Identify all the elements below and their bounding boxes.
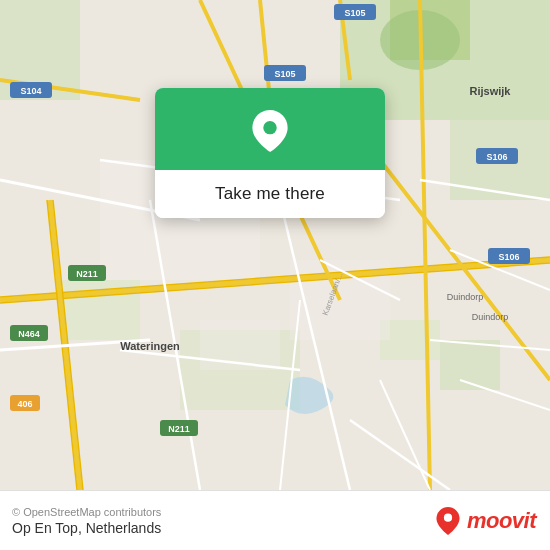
take-me-there-button[interactable]: Take me there (155, 170, 385, 218)
svg-text:N211: N211 (168, 424, 190, 434)
location-pin-icon (249, 110, 291, 152)
map-svg: S104 S105 S105 S106 S106 N211 N211 N464 … (0, 0, 550, 490)
copyright-text: © OpenStreetMap contributors (12, 506, 161, 518)
map-view: S104 S105 S105 S106 S106 N211 N211 N464 … (0, 0, 550, 490)
location-name: Op En Top, Netherlands (12, 520, 161, 536)
svg-text:406: 406 (17, 399, 32, 409)
moovit-logo: moovit (434, 507, 536, 535)
svg-text:Duindorp: Duindorp (472, 312, 509, 322)
svg-text:N464: N464 (18, 329, 40, 339)
moovit-brand-text: moovit (467, 508, 536, 534)
moovit-brand-pin-icon (434, 507, 462, 535)
svg-text:S106: S106 (498, 252, 519, 262)
svg-text:Wateringen: Wateringen (120, 340, 180, 352)
svg-text:S105: S105 (344, 8, 365, 18)
svg-text:S106: S106 (486, 152, 507, 162)
svg-text:S105: S105 (274, 69, 295, 79)
location-info: © OpenStreetMap contributors Op En Top, … (12, 506, 161, 536)
popup-header (155, 88, 385, 170)
svg-point-37 (444, 513, 452, 521)
svg-text:Rijswijk: Rijswijk (470, 85, 512, 97)
svg-text:S104: S104 (20, 86, 41, 96)
svg-text:Duindorp: Duindorp (447, 292, 484, 302)
svg-point-36 (263, 121, 276, 134)
svg-text:N211: N211 (76, 269, 98, 279)
bottom-bar: © OpenStreetMap contributors Op En Top, … (0, 490, 550, 550)
location-popup: Take me there (155, 88, 385, 218)
